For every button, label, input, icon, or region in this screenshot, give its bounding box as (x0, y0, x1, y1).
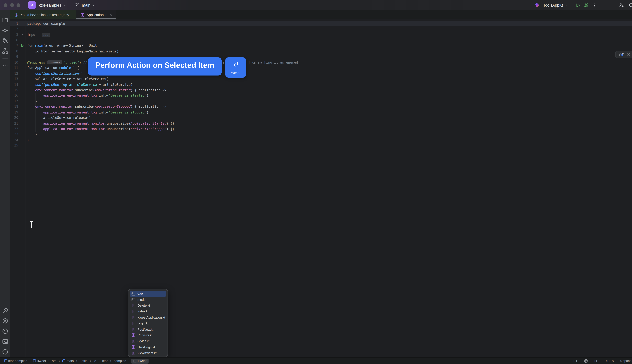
code-line[interactable]: 7fun main(args: Array<String>): Unit = (10, 43, 632, 49)
breadcrumb-item-kweet[interactable]: kweet (32, 359, 47, 363)
build-icon[interactable] (1, 306, 10, 315)
keystroke-os-label: macOS (231, 72, 240, 74)
fold-toggle-icon[interactable] (19, 32, 25, 38)
breadcrumb-item-kotlin[interactable]: kotlin (78, 359, 89, 363)
code-line[interactable]: 14 configureRouting(articleService = art… (10, 82, 632, 88)
load-gradle-changes-icon[interactable] (618, 51, 624, 58)
list-item-Index.kt[interactable]: Index.kt (130, 308, 166, 314)
line-number: 7 (10, 43, 18, 49)
code-line[interactable]: 20 articleService.release() (10, 115, 632, 121)
breadcrumb-item-io[interactable]: io (92, 359, 98, 363)
code-with-me-button[interactable] (616, 1, 625, 9)
breadcrumb-separator: › (128, 359, 130, 363)
list-item-label: model (138, 298, 146, 302)
problems-icon[interactable] (1, 348, 10, 356)
code-line[interactable]: 3import ... (10, 32, 632, 38)
run-gutter-icon[interactable] (19, 43, 25, 49)
highlighting-off-icon[interactable] (584, 359, 588, 363)
code-line[interactable]: 22 application.environment.monitor.unsub… (10, 126, 632, 132)
kotlin-file-icon (131, 333, 135, 337)
maximize-window-button[interactable] (16, 3, 20, 7)
code-line[interactable]: 13 val articleService = ArticleService() (10, 76, 632, 82)
list-item-Register.kt[interactable]: Register.kt (130, 332, 166, 338)
services-icon[interactable] (1, 316, 10, 325)
code-text: } (27, 132, 37, 138)
tab-Application.kt[interactable]: Application.kt (76, 10, 116, 20)
project-folder-icon[interactable] (1, 16, 10, 24)
gradle-sync-widget[interactable] (616, 51, 632, 58)
status-bar-right: 1:1 LF UTF-8 4 spaces (573, 359, 632, 363)
run-button[interactable] (574, 1, 582, 9)
close-icon[interactable] (627, 53, 630, 56)
breadcrumb-item-kweet[interactable]: kweet (131, 358, 149, 363)
list-item-dao[interactable]: dao (130, 291, 166, 297)
indent-widget[interactable]: 4 spaces (620, 359, 632, 363)
code-line[interactable]: 16 application.environment.log.info("Ser… (10, 93, 632, 98)
list-item-Delete.kt[interactable]: Delete.kt (130, 302, 166, 308)
code-line[interactable]: 2 (10, 26, 632, 32)
chevron-down-icon[interactable] (564, 3, 568, 7)
breadcrumb-label: samples (114, 359, 126, 363)
caret-position-widget[interactable]: 1:1 (573, 359, 578, 363)
code-text: package com.example (27, 21, 65, 26)
commit-icon[interactable] (1, 26, 10, 35)
code-line[interactable]: 8 io.ktor.server.netty.EngineMain.main(a… (10, 49, 632, 54)
list-item-ViewKweet.kt[interactable]: ViewKweet.kt (130, 350, 166, 356)
line-number: 9 (10, 54, 18, 60)
list-item-label: UserPage.kt (138, 345, 155, 349)
structure-icon[interactable] (1, 47, 10, 55)
code-line[interactable]: 21 application.environment.monitor.unsub… (10, 121, 632, 126)
more-actions-button[interactable] (590, 1, 598, 9)
list-item-PostNew.kt[interactable]: PostNew.kt (130, 326, 166, 332)
tab-options-button[interactable] (630, 10, 632, 20)
search-everywhere-button[interactable] (627, 1, 632, 9)
close-window-button[interactable] (4, 3, 7, 7)
breadcrumb-separator: › (98, 359, 100, 363)
code-line[interactable]: 24} (10, 138, 632, 143)
branch-widget[interactable]: main (73, 1, 95, 9)
code-line[interactable]: 25 (10, 143, 632, 148)
breadcrumb: ktor-samples›kweet›src›main›kotlin›io›kt… (3, 358, 149, 363)
breadcrumb-item-src[interactable]: src (51, 359, 58, 363)
list-item-KweetApplication.kt[interactable]: KweetApplication.kt (130, 314, 166, 320)
line-number: 13 (10, 76, 18, 82)
code-line[interactable]: 1package com.example (10, 21, 632, 26)
code-line[interactable]: 19 application.environment.log.info("Ser… (10, 110, 632, 115)
project-widget[interactable]: KS ktor-samples (20, 1, 66, 9)
window-controls[interactable] (4, 3, 20, 7)
breadcrumb-item-ktor[interactable]: ktor (101, 359, 109, 363)
code-line[interactable]: 15 environment.monitor.subscribe(Applica… (10, 88, 632, 93)
line-number: 6 (10, 38, 18, 43)
pull-requests-icon[interactable] (1, 36, 10, 45)
left-tool-stripe (0, 10, 10, 358)
encoding-widget[interactable]: UTF-8 (604, 359, 614, 363)
list-item-Login.kt[interactable]: Login.kt (130, 320, 166, 326)
more-icon[interactable] (1, 62, 10, 70)
breadcrumb-item-ktor-samples[interactable]: ktor-samples (3, 359, 28, 363)
breadcrumb-label: kotlin (80, 359, 88, 363)
folder-icon (131, 298, 135, 302)
breadcrumb-item-samples[interactable]: samples (112, 359, 127, 363)
line-number: 23 (10, 132, 18, 138)
list-item-Styles.kt[interactable]: Styles.kt (130, 338, 166, 344)
code-text: articleService.release() (27, 115, 91, 121)
close-tab-icon[interactable] (110, 14, 113, 16)
return-key-icon (232, 61, 240, 68)
terminal-icon[interactable] (1, 337, 10, 346)
tab-YoukubeApplicationTestLegacy.kt[interactable]: YoukubeApplicationTestLegacy.kt (10, 10, 76, 20)
debug-button[interactable] (582, 1, 590, 9)
breadcrumb-item-main[interactable]: main (61, 359, 75, 363)
code-line[interactable]: 17 } (10, 98, 632, 104)
coverage-icon[interactable] (1, 327, 10, 336)
line-separator-widget[interactable]: LF (594, 359, 598, 363)
ide-window: KS ktor-samples main ToolsAppKt (0, 0, 632, 364)
list-item-model[interactable]: model (130, 297, 166, 302)
run-configuration[interactable]: ToolsAppKt (543, 3, 563, 8)
minimize-window-button[interactable] (10, 3, 14, 7)
list-item-UserPage.kt[interactable]: UserPage.kt (130, 344, 166, 350)
top-bar-right: ToolsAppKt (533, 0, 632, 10)
stripe-divider (2, 58, 8, 58)
code-line[interactable]: 23 } (10, 132, 632, 138)
code-line[interactable]: 18 environment.monitor.subscribe(Applica… (10, 104, 632, 110)
code-line[interactable]: 6 (10, 38, 632, 43)
